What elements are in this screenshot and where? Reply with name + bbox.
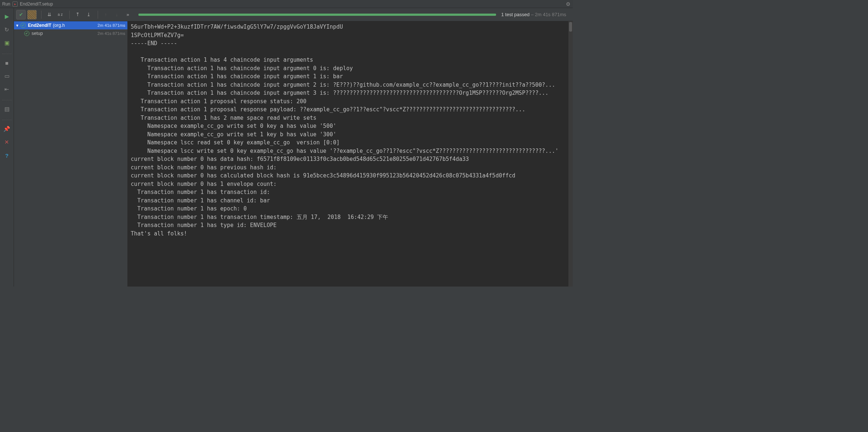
test-summary: 1 test passed – 2m 41s 871ms (501, 12, 566, 17)
chevron-down-icon[interactable]: ▼ (15, 24, 21, 28)
more-icon[interactable]: » (123, 10, 133, 19)
stop-icon[interactable]: ■ (3, 59, 11, 67)
run-titlebar: Run ▸ End2endIT.setup ⚙ (0, 0, 573, 8)
test-tree-root[interactable]: ▼ ✔ End2endIT (org.h 2m 41s 871ms (14, 21, 127, 29)
gear-icon[interactable]: ⚙ (566, 1, 571, 7)
test-method-name: setup (32, 31, 43, 36)
dump-icon[interactable]: ▭ (3, 72, 11, 80)
test-tree[interactable]: ▼ ✔ End2endIT (org.h 2m 41s 871ms ✔ setu… (14, 21, 128, 287)
console-output[interactable]: 56urTbh+Wd+P2+3kuzfIDTrr7AW/fiwsdwIgG5lY… (128, 21, 573, 287)
console-text: 56urTbh+Wd+P2+3kuzfIDTrr7AW/fiwsdwIgG5lY… (128, 21, 573, 239)
pin-icon[interactable]: 📌 (3, 125, 11, 133)
scrollbar-vertical[interactable] (568, 21, 573, 287)
collapse-all-icon[interactable]: ⤓ (84, 10, 93, 19)
show-ignored-icon[interactable] (27, 10, 37, 19)
prev-icon[interactable]: ↑ (101, 10, 111, 19)
test-class-pkg: (org.h (53, 23, 65, 28)
progress-bar (138, 14, 496, 16)
tests-passed-count: 1 test passed (501, 12, 529, 17)
next-icon[interactable]: ↓ (112, 10, 122, 19)
rerun-failed-icon[interactable]: ↻ (3, 26, 11, 34)
sort-alpha-icon[interactable]: a z (55, 10, 65, 19)
test-method-time: 2m 41s 871ms (98, 31, 125, 36)
tests-time: – 2m 41s 871ms (529, 12, 566, 17)
sort-down-icon[interactable]: ⇊ (44, 10, 54, 19)
rerun-icon[interactable]: ▶ (3, 12, 11, 21)
pass-icon: ✔ (21, 23, 26, 28)
left-gutter: ▶ ↻ ▣ ■ ▭ ⇤ ▤ 📌 ✕ ? (0, 8, 14, 287)
show-passed-icon[interactable]: ✔ (16, 10, 26, 19)
expand-all-icon[interactable]: ⤒ (73, 10, 82, 19)
test-class-name: End2endIT (28, 23, 51, 28)
exit-icon[interactable]: ⇤ (3, 85, 11, 93)
layout-icon[interactable]: ▤ (3, 105, 11, 113)
test-class-time: 2m 41s 871ms (98, 23, 125, 28)
test-tree-item[interactable]: ✔ setup 2m 41s 871ms (14, 29, 127, 37)
help-icon[interactable]: ? (3, 151, 11, 159)
run-label: Run (2, 1, 10, 7)
pass-icon: ✔ (24, 31, 29, 36)
run-config-name: End2endIT.setup (20, 1, 53, 7)
scrollbar-thumb[interactable] (569, 22, 572, 32)
toggle-icon[interactable]: ▣ (3, 39, 11, 47)
close-icon[interactable]: ✕ (3, 138, 11, 146)
run-config-icon: ▸ (12, 1, 18, 7)
test-toolbar: ✔ ⇊ a z ⤒ ⤓ ↑ ↓ » 1 test passed – 2m 41s… (14, 8, 573, 21)
